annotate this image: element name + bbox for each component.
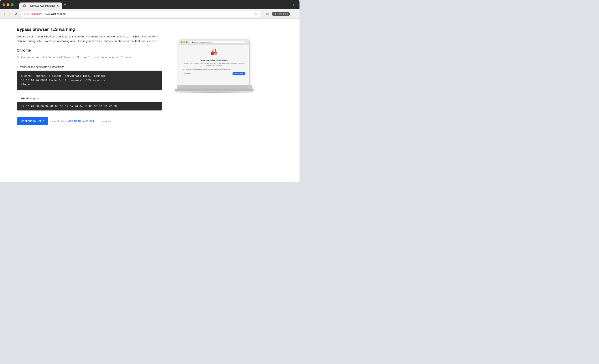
address-text: 10.10.10.74:8800 (45, 12, 252, 15)
new-tab-button[interactable]: + (64, 3, 66, 7)
laptop-illustration: 🔒 https://app.mycompany.com/8000 (173, 40, 256, 98)
laptop-advanced-text: ADVANCED (184, 73, 191, 74)
tab-title: Replicated App Manager (28, 4, 55, 7)
actions-row: Continue to Setup or visit https://10.10… (17, 117, 162, 125)
warning-icon: ⚠ (24, 12, 26, 15)
continue-to-setup-button[interactable]: Continue to Setup (17, 117, 48, 125)
screen-dot-green (186, 41, 188, 43)
address-separator: | (43, 12, 44, 15)
laptop-content: ✕ Your connection is not private Attacke… (179, 44, 249, 78)
svg-text:✕: ✕ (215, 53, 217, 55)
tab-close-icon[interactable]: ✕ (57, 4, 59, 8)
browser-menu-button[interactable]: ⋮ (291, 11, 297, 17)
not-secure-text: ⚠ Not Secure (27, 12, 42, 15)
verify-cert-code[interactable]: $ echo | openssl s_client -servername lo… (17, 71, 162, 90)
tab-favicon-icon: R (23, 4, 26, 8)
screen-dot-yellow (184, 41, 185, 43)
laptop-error-title: Your connection is not private (201, 59, 228, 61)
svg-point-2 (275, 13, 276, 14)
back-button[interactable]: ‹ (2, 11, 6, 17)
forward-button[interactable]: › (8, 11, 12, 17)
incognito-label: Incognito (278, 12, 288, 15)
visit-prefix-text: or visit (51, 120, 59, 123)
tab-bar: R Replicated App Manager ✕ + ∨ (17, 0, 297, 9)
laptop-shadow (173, 91, 256, 94)
toolbar-actions: ▭ Incognito ⋮ (265, 11, 297, 17)
minimize-traffic-light[interactable] (7, 3, 9, 6)
section-description: On the next screen, click "Advanced", th… (17, 55, 162, 60)
title-bar: R Replicated App Manager ✕ + ∨ (0, 0, 300, 9)
browser-window: R Replicated App Manager ✕ + ∨ ‹ › ↺ ⚠ ⚠… (0, 0, 300, 182)
reload-button[interactable]: ↺ (13, 11, 19, 17)
active-tab[interactable]: R Replicated App Manager ✕ (19, 2, 62, 9)
address-port: :8800 (60, 12, 66, 15)
section-title: Chrome (17, 48, 162, 53)
visit-suffix-text: to proceed (98, 120, 111, 123)
bookmark-star-button[interactable]: ☆ (253, 11, 258, 17)
laptop-checkbox (184, 69, 185, 70)
split-view-button[interactable]: ▭ (265, 11, 271, 17)
code-line-3: fingerprint (21, 83, 39, 86)
sha-fingerprint-box: SHA Fingerprint 17:3D:78:38:86:DA:6A:D3:… (17, 95, 162, 111)
toolbar: ‹ › ↺ ⚠ ⚠ Not Secure | 10.10.10.74:8800 … (0, 9, 300, 19)
maximize-traffic-light[interactable] (11, 3, 14, 6)
page-left: Bypass browser TLS warning We use a self… (17, 27, 162, 174)
laptop-error-desc: Attackers might be trying to steal your … (184, 62, 245, 66)
page-content: Bypass browser TLS warning We use a self… (0, 19, 300, 182)
laptop-foot (175, 89, 254, 91)
sha-fingerprint-value: 17:3D:78:38:86:DA:6A:D3:3C:5F:6A:F6:64:1… (17, 102, 162, 110)
svg-text:R: R (24, 5, 25, 7)
page-right: 🔒 https://app.mycompany.com/8000 (171, 27, 258, 174)
screen-dot-red (181, 41, 183, 43)
laptop-screen: 🔒 https://app.mycompany.com/8000 (179, 40, 250, 85)
incognito-icon (274, 12, 277, 15)
code-line-1: $ echo | openssl s_client -servername lo… (21, 74, 106, 78)
address-bar[interactable]: ⚠ ⚠ Not Secure | 10.10.10.74:8800 ☆ (21, 11, 262, 17)
tls-visit-link[interactable]: https://10.10.10.74:8800/tls (61, 120, 95, 123)
laptop-bottom-row: ADVANCED Back to safety (184, 72, 245, 75)
tab-bar-expand-icon[interactable]: ∨ (292, 3, 294, 7)
page-title: Bypass browser TLS warning (17, 27, 162, 32)
page-description: We use a self-signed SSL/TLS Certificate… (17, 34, 162, 43)
laptop-checkbox-label: Automatically report details of possible… (186, 69, 231, 70)
screen-addressbar: 🔒 https://app.mycompany.com/8000 (190, 41, 246, 44)
security-warning: ⚠ ⚠ Not Secure (24, 12, 42, 15)
traffic-lights (2, 3, 14, 6)
laptop-checkbox-row: Automatically report details of possible… (184, 69, 231, 70)
verify-cert-header: Verifying the certificate's authenticity (17, 63, 162, 71)
screen-lock-icon: 🔒 (192, 41, 194, 43)
address-host: 10.10.10.74 (45, 12, 60, 15)
laptop-base (177, 85, 252, 89)
laptop-back-to-safety-button: Back to safety (233, 72, 245, 75)
screen-address-text: https://app.mycompany.com/8000 (194, 42, 212, 43)
code-line-2: 10.10.10.74:8800 2>/dev/null | openssl x… (21, 79, 106, 82)
lock-error-icon: ✕ (210, 48, 218, 56)
laptop-screen-titlebar: 🔒 https://app.mycompany.com/8000 (179, 40, 249, 44)
sha-fingerprint-header: SHA Fingerprint (17, 95, 162, 102)
verify-cert-box: Verifying the certificate's authenticity… (17, 63, 162, 90)
svg-point-3 (274, 14, 276, 15)
lock-icon-container: ✕ (210, 48, 218, 57)
incognito-badge: Incognito (272, 12, 290, 16)
close-traffic-light[interactable] (2, 3, 5, 6)
